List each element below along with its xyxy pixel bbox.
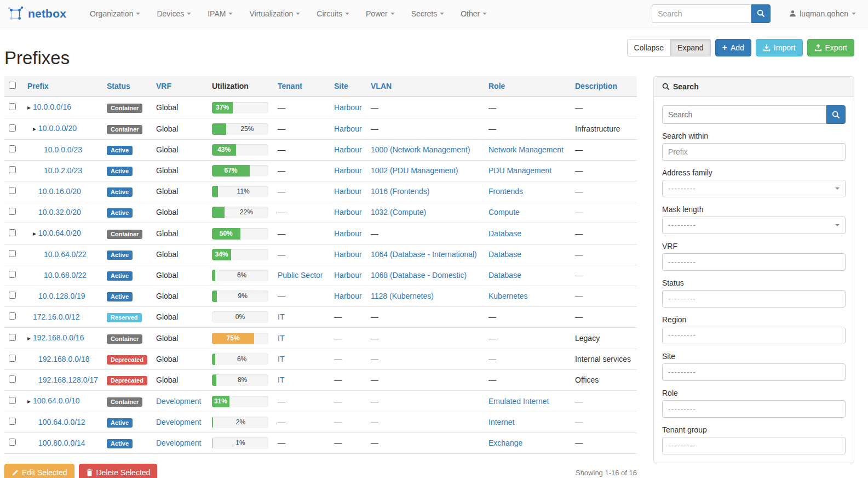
prefix-link[interactable]: 10.0.16.0/20 [38,187,81,196]
nav-item-virtualization[interactable]: Virtualization [241,0,308,27]
role-link[interactable]: Database [488,250,521,259]
prefix-link[interactable]: 10.0.128.0/19 [38,292,85,300]
row-checkbox[interactable] [9,271,16,278]
role-link[interactable]: Compute [488,208,520,217]
vlan-link[interactable]: 1002 (PDU Management) [371,166,458,175]
sort-link[interactable]: Site [334,82,348,90]
vlan-link[interactable]: 1016 (Frontends) [371,187,429,196]
sort-link[interactable]: Prefix [27,82,49,90]
import-button[interactable]: Import [756,39,803,56]
prefix-link[interactable]: 10.0.0.0/23 [44,145,82,154]
edit-selected-button[interactable]: Edit Selected [4,464,74,478]
nav-item-power[interactable]: Power [358,0,403,27]
role-select[interactable]: --------- [662,400,846,418]
site-link[interactable]: Harbour [334,145,362,154]
sort-link[interactable]: Role [488,82,505,90]
sort-link[interactable]: VRF [156,82,171,90]
nav-item-secrets[interactable]: Secrets [403,0,452,27]
prefix-link[interactable]: 10.0.0.0/16 [33,103,71,111]
site-link[interactable]: Harbour [334,208,362,217]
prefix-link[interactable]: 10.0.68.0/22 [44,271,87,280]
row-checkbox[interactable] [9,103,16,110]
row-checkbox[interactable] [9,208,16,215]
vlan-link[interactable]: 1000 (Network Management) [371,145,470,154]
row-checkbox[interactable] [9,334,16,341]
row-checkbox[interactable] [9,292,16,299]
role-link[interactable]: PDU Management [488,166,551,175]
row-checkbox[interactable] [9,397,16,404]
row-checkbox[interactable] [9,375,16,383]
prefix-link[interactable]: 10.0.64.0/22 [44,250,87,259]
prefix-link[interactable]: 10.0.2.0/23 [44,166,82,175]
address-family-select[interactable]: --------- [662,180,846,197]
navbar-search-button[interactable] [751,4,771,23]
row-checkbox[interactable] [9,418,16,425]
sort-link[interactable]: Description [575,82,617,90]
role-link[interactable]: Exchange [488,439,522,447]
tenant-link[interactable]: IT [278,375,284,384]
prefix-link[interactable]: 192.168.0.0/18 [38,355,89,363]
netbox-logo[interactable]: netbox [8,5,66,22]
sort-link[interactable]: Status [107,82,130,90]
vrf-link[interactable]: Development [156,439,202,447]
site-link[interactable]: Harbour [334,250,362,259]
mask-length-select[interactable]: --------- [662,217,846,234]
tenant-link[interactable]: Public Sector [278,271,323,280]
nav-item-organization[interactable]: Organization [82,0,148,27]
role-link[interactable]: Network Management [488,145,564,154]
site-link[interactable]: Harbour [334,229,362,238]
row-checkbox[interactable] [9,355,16,362]
sort-link[interactable]: Tenant [278,82,302,90]
site-link[interactable]: Harbour [334,103,362,112]
prefix-link[interactable]: 10.0.64.0/20 [38,229,81,237]
delete-selected-button[interactable]: Delete Selected [79,464,158,478]
export-button[interactable]: Export [807,39,854,56]
prefix-link[interactable]: 100.80.0.0/14 [38,439,85,447]
tenant-group-select[interactable]: --------- [662,437,846,454]
add-button[interactable]: + Add [715,39,751,56]
site-select[interactable]: --------- [662,363,846,381]
site-link[interactable]: Harbour [334,292,362,300]
row-checkbox[interactable] [9,145,16,152]
select-all-checkbox[interactable] [9,82,16,89]
role-link[interactable]: Emulated Internet [488,397,549,406]
prefix-link[interactable]: 100.64.0.0/10 [33,396,80,405]
nav-item-circuits[interactable]: Circuits [308,0,358,27]
tenant-link[interactable]: IT [278,312,284,321]
vrf-link[interactable]: Development [156,418,202,426]
tenant-link[interactable]: IT [278,334,284,343]
site-link[interactable]: Harbour [334,271,362,280]
prefix-link[interactable]: 10.0.32.0/20 [38,208,81,217]
role-link[interactable]: Database [488,229,521,238]
role-link[interactable]: Internet [488,418,514,426]
nav-item-devices[interactable]: Devices [148,0,199,27]
row-checkbox[interactable] [9,124,16,132]
site-link[interactable]: Harbour [334,166,362,175]
row-checkbox[interactable] [9,187,16,194]
prefix-link[interactable]: 10.0.0.0/20 [38,124,77,133]
role-link[interactable]: Kubernetes [488,292,528,300]
vlan-link[interactable]: 1068 (Database - Domestic) [371,271,467,280]
vlan-link[interactable]: 1128 (Kubernetes) [371,292,434,300]
role-link[interactable]: Database [488,271,521,280]
role-link[interactable]: Frontends [488,187,523,196]
vlan-link[interactable]: 1032 (Compute) [371,208,426,217]
prefix-link[interactable]: 192.168.128.0/17 [38,375,98,384]
user-menu[interactable]: luqman.qohen [789,9,856,18]
nav-item-ipam[interactable]: IPAM [199,0,241,27]
status-select[interactable]: --------- [662,290,846,308]
nav-item-other[interactable]: Other [452,0,495,27]
prefix-link[interactable]: 192.168.0.0/16 [33,333,84,342]
row-checkbox[interactable] [9,439,16,446]
filter-search-button[interactable] [826,105,846,124]
row-checkbox[interactable] [9,166,16,173]
site-link[interactable]: Harbour [334,187,362,196]
region-select[interactable]: --------- [662,327,846,344]
collapse-button[interactable]: Collapse [627,39,671,56]
sort-link[interactable]: VLAN [371,82,392,90]
vrf-link[interactable]: Development [156,397,202,406]
vlan-link[interactable]: 1064 (Database - International) [371,250,477,259]
prefix-link[interactable]: 172.16.0.0/12 [33,312,80,321]
vrf-select[interactable]: --------- [662,253,846,271]
row-checkbox[interactable] [9,312,16,320]
